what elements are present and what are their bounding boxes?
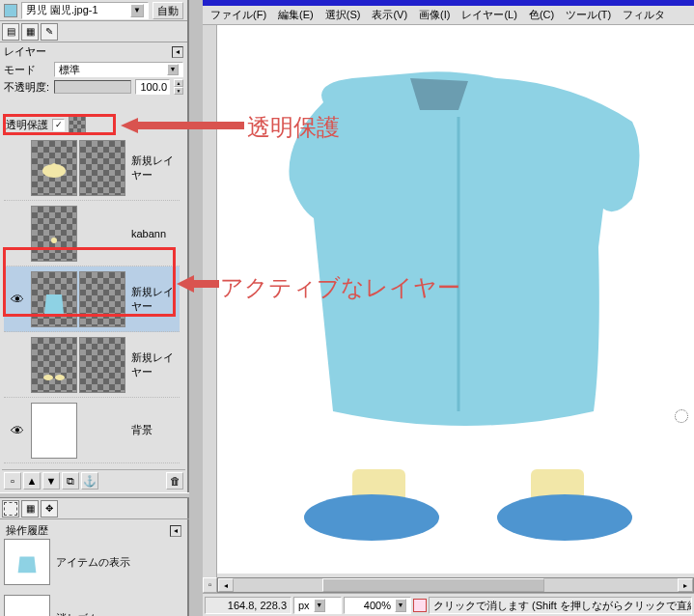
- blend-mode-select[interactable]: 標準 ▼: [54, 62, 183, 77]
- new-layer-button[interactable]: ▫: [4, 472, 21, 490]
- raise-layer-button[interactable]: ▲: [23, 472, 41, 490]
- annotation-label: 透明保護: [247, 112, 340, 143]
- layers-dock-tabs: ▤ ▦ ✎: [0, 21, 187, 42]
- status-hint: クリックで消します (Shift を押しながらクリックで直線を引く、Ctrl を…: [429, 597, 692, 614]
- history-item[interactable]: アイテムの表示: [4, 539, 183, 585]
- layers-tab-icon[interactable]: ▤: [2, 23, 19, 41]
- layer-name[interactable]: 新規レイヤー: [127, 285, 180, 314]
- layer-list: 新規レイヤー kabann 👁 新規レイヤー 新規レイヤー: [4, 135, 180, 463]
- svg-marker-9: [121, 118, 138, 133]
- image-window: ファイル(F) 編集(E) 選択(S) 表示(V) 画像(I) レイヤー(L) …: [203, 0, 694, 616]
- menu-select[interactable]: 選択(S): [321, 6, 365, 24]
- image-selector-text: 男児 園児.jpg-1: [26, 3, 98, 17]
- delete-layer-button[interactable]: 🗑: [166, 472, 183, 490]
- layer-thumbnail[interactable]: [31, 337, 77, 393]
- menu-bar: ファイル(F) 編集(E) 選択(S) 表示(V) 画像(I) レイヤー(L) …: [203, 6, 694, 25]
- layer-visibility-toggle[interactable]: 👁: [4, 292, 31, 307]
- layer-name[interactable]: 背景: [127, 423, 180, 437]
- layer-thumbnail[interactable]: [31, 403, 77, 459]
- layer-buttons-row: ▫ ▲ ▼ ⧉ ⚓ 🗑: [2, 469, 185, 492]
- layer-visibility-toggle[interactable]: 👁: [4, 423, 31, 438]
- paths-tab-icon[interactable]: ✎: [41, 23, 58, 41]
- lower-layer-button[interactable]: ▼: [42, 472, 60, 490]
- layer-thumbnail[interactable]: [31, 206, 77, 262]
- layers-panel-title: レイヤー: [4, 44, 46, 59]
- horizontal-scrollbar[interactable]: ◂ ▸: [217, 577, 694, 593]
- layer-name[interactable]: kabann: [127, 228, 180, 239]
- status-unit-select[interactable]: px ▼: [293, 597, 342, 614]
- menu-filters[interactable]: フィルタ: [619, 6, 669, 24]
- status-coords: 164.8, 228.3: [205, 597, 291, 614]
- menu-edit[interactable]: 編集(E): [274, 6, 318, 24]
- image-selector-dropdown[interactable]: 男児 園児.jpg-1 ▼: [21, 2, 149, 19]
- layer-mask-thumbnail[interactable]: [79, 140, 125, 196]
- dropdown-arrow-icon[interactable]: ▼: [395, 599, 406, 612]
- image-thumb-icon: [4, 4, 17, 17]
- history-item[interactable]: 消しゴム: [4, 595, 183, 616]
- transparency-lock-checkbox[interactable]: ✓: [52, 119, 65, 131]
- scroll-thumb[interactable]: [322, 578, 544, 592]
- history-dock-tabs: ▦ ✥: [0, 498, 189, 519]
- svg-point-5: [304, 494, 439, 541]
- channels-tab-icon[interactable]: ▦: [21, 23, 39, 41]
- duplicate-layer-button[interactable]: ⧉: [62, 472, 79, 490]
- layer-thumbnail[interactable]: [31, 271, 77, 327]
- status-unit-value: px: [298, 600, 310, 611]
- scroll-right-button[interactable]: ▸: [678, 578, 693, 592]
- menu-tools[interactable]: ツール(T): [562, 6, 615, 24]
- layer-name[interactable]: 新規レイヤー: [127, 350, 180, 379]
- history-tab-icon[interactable]: [2, 500, 19, 518]
- blend-mode-value: 標準: [59, 63, 80, 77]
- layer-item-active[interactable]: 👁 新規レイヤー: [4, 266, 180, 332]
- menu-layer[interactable]: レイヤー(L): [458, 6, 520, 24]
- dropdown-arrow-icon[interactable]: ▼: [167, 64, 179, 75]
- opacity-row: 不透明度: 100.0 ▲▼: [0, 78, 187, 96]
- menu-colors[interactable]: 色(C): [525, 6, 558, 24]
- layers-panel-header: レイヤー ◂: [0, 42, 187, 61]
- blend-mode-row: モード 標準 ▼: [0, 61, 187, 78]
- history-thumbnail: [4, 539, 50, 585]
- scroll-left-button[interactable]: ◂: [218, 578, 234, 592]
- quick-mask-toggle[interactable]: ▫: [203, 577, 217, 593]
- auto-button[interactable]: 自動: [153, 2, 183, 19]
- dropdown-arrow-icon[interactable]: ▼: [314, 599, 325, 612]
- image-selector-bar: 男児 園児.jpg-1 ▼ 自動: [0, 0, 187, 21]
- status-zoom-value: 400%: [364, 600, 391, 611]
- menu-view[interactable]: 表示(V): [368, 6, 411, 24]
- transparency-checker-icon: [69, 116, 86, 133]
- anchor-layer-button[interactable]: ⚓: [81, 472, 98, 490]
- layer-item[interactable]: 👁 背景: [4, 398, 180, 463]
- left-dock: 男児 園児.jpg-1 ▼ 自動 ▤ ▦ ✎ レイヤー ◂ モード 標準 ▼ 不…: [0, 0, 189, 616]
- svg-point-7: [497, 494, 632, 541]
- opacity-spinner[interactable]: ▲▼: [174, 79, 183, 95]
- annotation-label: アクティブなレイヤー: [220, 272, 460, 303]
- layer-mask-thumbnail[interactable]: [79, 271, 125, 327]
- layer-mask-thumbnail[interactable]: [79, 337, 125, 393]
- status-bar: 164.8, 228.3 px ▼ 400% ▼ クリックで消します (Shif…: [203, 593, 694, 616]
- scroll-track[interactable]: [234, 578, 678, 592]
- layer-item[interactable]: kabann: [4, 201, 180, 266]
- history-item-label: アイテムの表示: [56, 555, 130, 570]
- brush-cursor-icon: [675, 409, 688, 423]
- transparency-lock-row: 透明保護 ✓: [6, 116, 86, 133]
- svg-point-1: [51, 238, 57, 243]
- layer-item[interactable]: 新規レイヤー: [4, 135, 180, 201]
- annotation-arrow-icon: [177, 273, 219, 294]
- dropdown-arrow-icon[interactable]: ▼: [130, 4, 144, 17]
- layer-thumbnail[interactable]: [31, 140, 77, 196]
- annotation-arrow-icon: [121, 116, 244, 135]
- menu-file[interactable]: ファイル(F): [207, 6, 270, 24]
- opacity-slider[interactable]: [54, 80, 131, 94]
- layer-item[interactable]: 新規レイヤー: [4, 332, 180, 398]
- svg-marker-11: [177, 275, 194, 293]
- opacity-value[interactable]: 100.0: [135, 79, 170, 95]
- navigation-tab-icon[interactable]: ✥: [41, 500, 58, 518]
- selection-tab-icon[interactable]: ▦: [21, 500, 39, 518]
- menu-image[interactable]: 画像(I): [415, 6, 454, 24]
- panel-collapse-icon[interactable]: ◂: [172, 46, 183, 58]
- layer-name[interactable]: 新規レイヤー: [127, 154, 180, 182]
- status-zoom-select[interactable]: 400% ▼: [344, 597, 411, 614]
- opacity-label: 不透明度:: [4, 80, 50, 95]
- panel-collapse-icon[interactable]: ◂: [170, 525, 181, 537]
- svg-point-2: [43, 375, 53, 380]
